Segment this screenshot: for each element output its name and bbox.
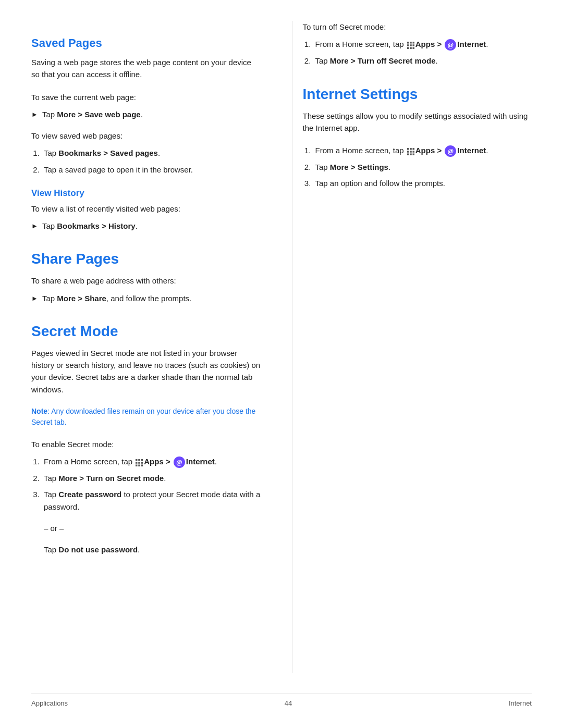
svg-rect-12 <box>407 45 409 47</box>
svg-rect-20 <box>412 148 414 150</box>
final-step: Tap Do not use password. <box>44 545 140 554</box>
history-bullet: ► Tap Bookmarks > History. <box>31 220 261 232</box>
list-item: Tap Bookmarks > Saved pages. <box>42 147 261 159</box>
internet-settings-intro: These settings allow you to modify setti… <box>303 110 532 134</box>
enable-secret-steps: From a Home screen, tap <box>42 455 261 556</box>
list-item: Tap More > Settings. <box>313 161 532 173</box>
enable-secret-prompt: To enable Secret mode: <box>31 438 261 450</box>
svg-rect-23 <box>412 151 414 153</box>
svg-rect-16 <box>410 47 412 50</box>
internet-settings-steps: From a Home screen, tap <box>313 144 532 190</box>
svg-rect-11 <box>412 42 414 44</box>
secret-mode-note: Note: Any downloaded files remain on you… <box>31 406 261 428</box>
list-item: Tap Create password to protect your Secr… <box>42 488 261 556</box>
apps-grid-icon <box>135 458 143 466</box>
secret-mode-intro: Pages viewed in Secret mode are not list… <box>31 347 261 396</box>
footer-page-number: 44 <box>285 699 292 707</box>
svg-rect-24 <box>407 154 409 156</box>
left-column: Saved Pages Saving a web page stores the… <box>31 21 271 673</box>
bullet-arrow-icon: ► <box>31 293 38 304</box>
svg-rect-19 <box>410 148 412 150</box>
list-item: Tap More > Turn on Secret mode. <box>42 472 261 484</box>
share-step: Tap More > Share, and follow the prompts… <box>42 292 191 304</box>
apps-grid-icon <box>407 147 415 155</box>
svg-rect-9 <box>407 42 409 44</box>
svg-rect-1 <box>138 459 140 461</box>
svg-rect-3 <box>136 462 138 464</box>
content-columns: Saved Pages Saving a web page stores the… <box>31 21 532 673</box>
svg-rect-2 <box>141 459 143 461</box>
turn-off-prompt: To turn off Secret mode: <box>303 21 532 33</box>
svg-rect-10 <box>410 42 412 44</box>
secret-mode-heading: Secret Mode <box>31 323 261 340</box>
share-bullet: ► Tap More > Share, and follow the promp… <box>31 292 261 304</box>
list-item: Tap More > Turn off Secret mode. <box>313 55 532 67</box>
svg-rect-13 <box>410 45 412 47</box>
svg-rect-15 <box>407 47 409 50</box>
apps-grid-icon <box>407 41 415 49</box>
svg-rect-18 <box>407 148 409 150</box>
footer-left: Applications <box>31 699 68 707</box>
list-item: Tap an option and follow the prompts. <box>313 177 532 189</box>
share-pages-intro: To share a web page address with others: <box>31 275 261 287</box>
svg-rect-8 <box>141 465 143 467</box>
list-item: From a Home screen, tap <box>313 144 532 157</box>
internet-app-icon: @ <box>445 145 456 157</box>
svg-rect-14 <box>412 45 414 47</box>
svg-rect-4 <box>138 462 140 464</box>
svg-rect-21 <box>407 151 409 153</box>
svg-rect-22 <box>410 151 412 153</box>
save-step: Tap More > Save web page. <box>42 108 143 120</box>
internet-settings-heading: Internet Settings <box>303 86 532 103</box>
list-item: Tap a saved page to open it in the brows… <box>42 164 261 176</box>
internet-app-icon: @ <box>174 456 185 468</box>
view-saved-prompt: To view saved web pages: <box>31 130 261 142</box>
svg-rect-5 <box>141 462 143 464</box>
save-bullet: ► Tap More > Save web page. <box>31 108 261 120</box>
page: Saved Pages Saving a web page stores the… <box>0 0 563 728</box>
bullet-arrow-icon: ► <box>31 221 38 231</box>
svg-rect-7 <box>138 465 140 467</box>
turn-off-steps: From a Home screen, tap <box>313 38 532 67</box>
svg-rect-6 <box>136 465 138 467</box>
view-history-heading: View History <box>31 188 261 199</box>
history-step: Tap Bookmarks > History. <box>42 220 138 232</box>
svg-rect-0 <box>136 459 138 461</box>
saved-pages-intro: Saving a web page stores the web page co… <box>31 56 261 81</box>
list-item: From a Home screen, tap <box>42 455 261 468</box>
right-column: To turn off Secret mode: From a Home scr… <box>292 21 532 673</box>
saved-pages-heading: Saved Pages <box>31 36 261 50</box>
bullet-arrow-icon: ► <box>31 109 38 120</box>
view-saved-steps: Tap Bookmarks > Saved pages. Tap a saved… <box>42 147 261 176</box>
or-divider: – or – <box>44 522 261 534</box>
view-history-intro: To view a list of recently visited web p… <box>31 203 261 215</box>
save-prompt: To save the current web page: <box>31 91 261 103</box>
svg-rect-17 <box>412 47 414 50</box>
internet-app-icon: @ <box>445 39 456 51</box>
svg-rect-26 <box>412 154 414 156</box>
svg-rect-25 <box>410 154 412 156</box>
list-item: From a Home screen, tap <box>313 38 532 51</box>
footer-right: Internet <box>509 699 532 707</box>
share-pages-heading: Share Pages <box>31 251 261 267</box>
page-footer: Applications 44 Internet <box>31 694 532 707</box>
